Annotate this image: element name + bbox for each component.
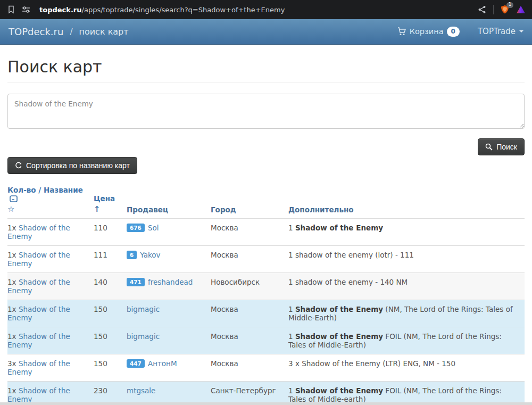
sort-button[interactable]: Сортировка по названию карт <box>7 157 137 174</box>
card-name-link[interactable]: Shadow of the Enemy <box>7 224 70 241</box>
card-name-link[interactable]: Shadow of the Enemy <box>7 278 70 295</box>
price-cell: 111 <box>94 246 127 273</box>
extra-card-name: Shadow of the Enemy <box>295 386 383 395</box>
extra-prefix: 1 <box>288 224 295 232</box>
bookmark-icon[interactable] <box>6 5 16 14</box>
search-button[interactable]: Поиск <box>478 138 525 155</box>
price-cell: 150 <box>94 327 127 354</box>
seller-cell: bigmagic <box>127 300 211 327</box>
extension-badge: 1 <box>506 2 513 8</box>
user-menu[interactable]: TOPTrade <box>478 27 523 36</box>
seller-rating-badge: 471 <box>127 278 145 286</box>
table-row: 1x Shadow of the Enemy 111 6Yakov Москва… <box>7 246 525 273</box>
extra-cell: 1 Shadow of the Enemy FOIL (NM, The Lord… <box>288 327 525 354</box>
extra-cell: 1 Shadow of the Enemy FOIL (NM, The Lord… <box>288 382 525 405</box>
brave-extension-icon[interactable] <box>516 5 526 14</box>
sort-up-icon[interactable]: ↑ <box>94 204 101 214</box>
price-cell: 230 <box>94 382 127 405</box>
table-row: 1x Shadow of the Enemy 150 bigmagic Моск… <box>7 300 525 327</box>
breadcrumb-separator: / <box>70 27 72 37</box>
toolbar-divider <box>493 5 494 14</box>
qty-name-cell: 1x Shadow of the Enemy <box>7 382 94 405</box>
chevron-down-icon <box>519 30 523 32</box>
extra-prefix: 1 <box>288 386 295 395</box>
qty-name-cell: 1x Shadow of the Enemy <box>7 327 94 354</box>
cart-link[interactable]: Корзина 0 <box>397 27 460 36</box>
price-cell: 140 <box>94 273 127 300</box>
seller-link[interactable]: Sol <box>148 224 159 232</box>
header-price: Цена ↑ <box>94 181 127 219</box>
quantity: 1x <box>7 278 16 286</box>
card-name-link[interactable]: Shadow of the Enemy <box>7 305 70 322</box>
seller-cell: mtgsale <box>127 382 211 405</box>
qty-name-cell: 1x Shadow of the Enemy <box>7 246 94 273</box>
browser-address-bar: topdeck.ru/apps/toptrade/singles/search?… <box>0 0 532 19</box>
seller-link[interactable]: АнтонМ <box>148 359 177 368</box>
extra-card-name: Shadow of the Enemy <box>295 332 383 341</box>
table-row: 1x Shadow of the Enemy 110 676Sol Москва… <box>7 219 525 246</box>
card-name-link[interactable]: Shadow of the Enemy <box>7 332 70 349</box>
city-cell: Новосибирск <box>211 273 288 300</box>
seller-link[interactable]: bigmagic <box>127 305 160 313</box>
header-qty-name: Кол-во / Название ☆ <box>7 181 94 219</box>
seller-link[interactable]: bigmagic <box>127 332 160 341</box>
quantity: 1x <box>7 224 16 232</box>
search-icon <box>485 143 493 151</box>
quantity: 3x <box>7 359 16 368</box>
table-row: 1x Shadow of the Enemy 230 mtgsale Санкт… <box>7 382 525 405</box>
header-extra: Дополнительно <box>288 181 525 219</box>
card-icon[interactable] <box>10 195 18 202</box>
quantity: 1x <box>7 251 16 259</box>
seller-cell: 471freshandead <box>127 273 211 300</box>
city-cell: Москва <box>211 327 288 354</box>
page-title: Поиск карт <box>7 57 525 76</box>
price-cell: 110 <box>94 219 127 246</box>
star-icon[interactable]: ☆ <box>7 204 14 214</box>
qty-name-cell: 1x Shadow of the Enemy <box>7 273 94 300</box>
seller-link[interactable]: mtgsale <box>127 386 155 395</box>
city-cell: Москва <box>211 300 288 327</box>
sort-by-price-link[interactable]: Цена <box>94 194 115 203</box>
seller-cell: bigmagic <box>127 327 211 354</box>
price-cell: 150 <box>94 300 127 327</box>
seller-rating-badge: 6 <box>127 251 137 259</box>
cart-icon <box>397 27 406 36</box>
extra-prefix: 1 shadow of the enemy (lotr) - 111 <box>288 251 414 259</box>
quantity: 1x <box>7 386 16 395</box>
table-row: 1x Shadow of the Enemy 140 471freshandea… <box>7 273 525 300</box>
results-table: Кол-во / Название ☆ Цена ↑ Продавец Горо… <box>7 181 525 405</box>
sort-by-name-link[interactable]: Кол-во / Название <box>7 186 83 194</box>
extra-cell: 3 x Shadow of the Enemy (LTR) ENG, NM - … <box>288 354 525 382</box>
header-seller: Продавец <box>127 181 211 219</box>
brand-link[interactable]: TOPdeck.ru <box>9 26 63 37</box>
qty-name-cell: 1x Shadow of the Enemy <box>7 300 94 327</box>
seller-link[interactable]: freshandead <box>148 278 193 286</box>
qty-name-cell: 1x Shadow of the Enemy <box>7 219 94 246</box>
price-cell: 150 <box>94 354 127 382</box>
extra-card-name: Shadow of the Enemy <box>295 305 383 313</box>
city-cell: Москва <box>211 246 288 273</box>
seller-link[interactable]: Yakov <box>140 251 160 259</box>
extra-prefix: 1 <box>288 305 295 313</box>
card-name-link[interactable]: Shadow of the Enemy <box>7 359 70 376</box>
site-settings-icon[interactable] <box>21 5 31 14</box>
city-cell: Санкт-Петербург <box>211 382 288 405</box>
cart-label: Корзина <box>410 27 444 36</box>
seller-rating-badge: 676 <box>127 224 145 232</box>
extra-prefix: 1 shadow of the enemy - 140 NM <box>288 278 408 286</box>
breadcrumb-page: поиск карт <box>79 27 128 37</box>
cart-count-badge: 0 <box>447 27 460 36</box>
shield-extension-icon[interactable]: 1 <box>500 5 510 14</box>
card-name-link[interactable]: Shadow of the Enemy <box>7 386 70 403</box>
site-navbar: TOPdeck.ru / поиск карт Корзина 0 TOPTra… <box>0 19 532 45</box>
card-name-link[interactable]: Shadow of the Enemy <box>7 251 70 268</box>
extra-cell: 1 Shadow of the Enemy <box>288 219 525 246</box>
url-text[interactable]: topdeck.ru/apps/toptrade/singles/search?… <box>39 6 472 14</box>
share-icon[interactable] <box>477 5 487 14</box>
quantity: 1x <box>7 332 16 341</box>
user-menu-label: TOPTrade <box>478 27 516 36</box>
qty-name-cell: 3x Shadow of the Enemy <box>7 354 94 382</box>
extra-cell: 1 shadow of the enemy - 140 NM <box>288 273 525 300</box>
search-input[interactable] <box>7 94 525 129</box>
header-city: Город <box>211 181 288 219</box>
